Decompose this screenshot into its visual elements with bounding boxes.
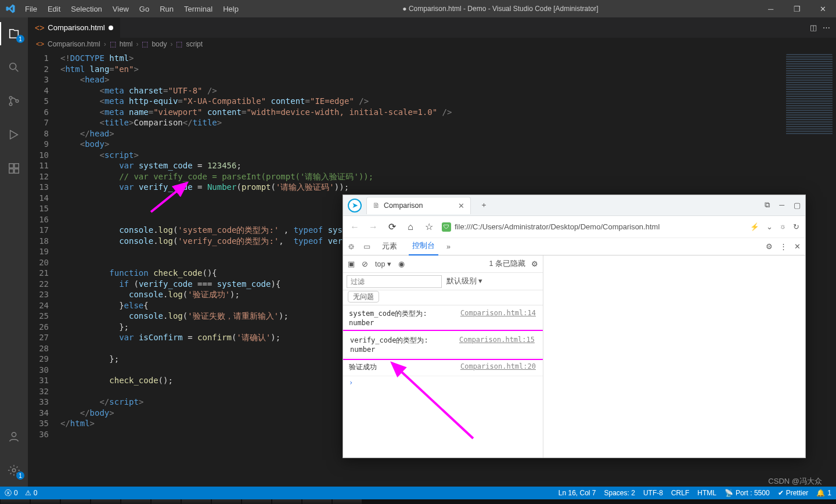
console-clear-icon[interactable]: ⊘ xyxy=(362,260,368,268)
browser-devtools-window[interactable]: ➤ 🗎 Comparison ✕ ＋ ⧉ ─ ▢ ← → ⟳ ⌂ ☆ 🛡 fil… xyxy=(343,195,806,458)
devtools-close-icon[interactable]: ✕ xyxy=(794,242,801,251)
window-controls: ─ ❐ ✕ xyxy=(758,0,836,17)
breadcrumb-file[interactable]: Comparison.html xyxy=(48,40,100,48)
status-bar: ⓧ 0 ⚠ 0 Ln 16, Col 7 Spaces: 2 UTF-8 CRL… xyxy=(0,487,836,499)
menu-go[interactable]: Go xyxy=(135,2,154,16)
chevron-down-icon[interactable]: ⌄ xyxy=(766,222,773,231)
console-sidebar-toggle-icon[interactable]: ▣ xyxy=(348,260,355,268)
nav-favorite-icon[interactable]: ☆ xyxy=(423,221,435,232)
explorer-badge: 1 xyxy=(16,35,24,43)
settings-gear-icon[interactable]: 1 xyxy=(0,459,28,482)
watermark: CSDN @冯大众 xyxy=(768,476,822,487)
breadcrumb-item[interactable]: html xyxy=(120,40,133,48)
console-source-link[interactable]: Comparison.html:15 xyxy=(459,336,535,344)
breadcrumb-item[interactable]: body xyxy=(152,40,167,48)
console-source-link[interactable]: Comparison.html:14 xyxy=(460,309,536,317)
window-title: ● Comparison.html - Demo - Visual Studio… xyxy=(243,5,758,13)
window-maximize-button[interactable]: ❐ xyxy=(784,0,810,17)
console-prompt[interactable]: › xyxy=(343,376,543,389)
console-log-row[interactable]: 验证成功Comparison.html:20 xyxy=(343,359,543,376)
browser-tab-bar: ➤ 🗎 Comparison ✕ ＋ ⧉ ─ ▢ xyxy=(343,195,805,216)
line-number-gutter: 1234567891011121314151617181920212223242… xyxy=(28,51,57,487)
menu-selection[interactable]: Selection xyxy=(66,2,106,16)
status-prettier[interactable]: ✔ Prettier xyxy=(778,489,809,497)
status-cursor[interactable]: Ln 16, Col 7 xyxy=(558,489,596,497)
source-control-icon[interactable] xyxy=(0,89,28,113)
status-encoding[interactable]: UTF-8 xyxy=(643,489,663,497)
log-level-selector[interactable]: 默认级别 ▾ xyxy=(446,276,482,286)
search-icon[interactable] xyxy=(0,56,28,79)
console-settings-icon[interactable]: ⚙ xyxy=(531,260,538,268)
window-minimize-button[interactable]: ─ xyxy=(758,0,784,17)
inspect-icon[interactable]: ⯐ xyxy=(348,243,355,251)
status-errors[interactable]: ⓧ 0 xyxy=(5,488,18,498)
url-text: file:///C:/Users/Administrator/Desktop/D… xyxy=(455,222,660,231)
more-tabs-icon[interactable]: » xyxy=(446,243,451,251)
accounts-icon[interactable] xyxy=(0,425,28,448)
browser-maximize-button[interactable]: ▢ xyxy=(794,201,801,210)
url-bar[interactable]: 🛡 file:///C:/Users/Administrator/Desktop… xyxy=(442,222,743,232)
console-source-link[interactable]: Comparison.html:20 xyxy=(460,362,536,370)
tab-elements[interactable]: 元素 xyxy=(379,238,401,255)
devtools-tabs: ⯐ ▭ 元素 控制台 » ⚙ ⋮ ✕ xyxy=(343,238,805,255)
reload-icon[interactable]: ↻ xyxy=(793,222,799,231)
new-tab-button[interactable]: ＋ xyxy=(475,200,492,210)
status-spaces[interactable]: Spaces: 2 xyxy=(604,489,635,497)
symbol-icon: ⬚ xyxy=(142,40,148,48)
menu-help[interactable]: Help xyxy=(218,2,243,16)
menu-terminal[interactable]: Terminal xyxy=(179,2,217,16)
more-actions-icon[interactable]: ⋯ xyxy=(823,23,830,32)
console-filter-input[interactable] xyxy=(347,275,442,288)
window-close-button[interactable]: ✕ xyxy=(810,0,836,17)
lightning-icon[interactable]: ⚡ xyxy=(750,222,759,231)
symbol-icon: ⬚ xyxy=(110,40,116,48)
vscode-logo-icon xyxy=(0,3,20,14)
tab-comparison[interactable]: <> Comparison.html xyxy=(28,17,121,38)
status-port[interactable]: 📡 Port : 5500 xyxy=(725,489,770,497)
windows-taskbar[interactable] xyxy=(0,499,836,504)
status-notifications-icon[interactable]: 🔔1 xyxy=(816,489,831,497)
live-expression-icon[interactable]: ◉ xyxy=(398,260,405,268)
tab-console[interactable]: 控制台 xyxy=(409,237,438,255)
svg-point-3 xyxy=(16,100,19,103)
tab-close-icon[interactable]: ✕ xyxy=(458,201,464,210)
nav-forward-icon[interactable]: → xyxy=(367,222,379,232)
run-debug-icon[interactable] xyxy=(0,123,28,146)
menu-bar: FileEditSelectionViewGoRunTerminalHelp xyxy=(20,2,243,16)
status-eol[interactable]: CRLF xyxy=(671,489,689,497)
split-editor-icon[interactable]: ◫ xyxy=(810,23,817,32)
gear-badge: 1 xyxy=(16,471,24,480)
no-issues-badge[interactable]: 无问题 xyxy=(348,291,379,303)
browser-tab-title: Comparison xyxy=(384,201,423,210)
console-log-row[interactable]: verify_code的类型为:numberComparison.html:15 xyxy=(344,332,542,358)
context-selector[interactable]: top ▾ xyxy=(375,260,391,268)
explorer-icon[interactable]: 1 xyxy=(0,22,28,45)
status-warnings[interactable]: ⚠ 0 xyxy=(25,489,38,497)
editor-tabs: <> Comparison.html ◫ ⋯ xyxy=(28,17,836,38)
breadcrumb-item[interactable]: script xyxy=(186,40,203,48)
svg-point-8 xyxy=(12,433,16,437)
nav-home-icon[interactable]: ⌂ xyxy=(405,222,416,232)
devtools-kebab-icon[interactable]: ⋮ xyxy=(780,242,787,251)
svg-point-9 xyxy=(12,469,16,472)
menu-file[interactable]: File xyxy=(20,2,42,16)
devtools-side-panel xyxy=(543,255,805,458)
menu-run[interactable]: Run xyxy=(155,2,178,16)
browser-minimize-button[interactable]: ─ xyxy=(779,201,784,210)
devtools-settings-icon[interactable]: ⚙ xyxy=(766,242,773,251)
browser-tab[interactable]: 🗎 Comparison ✕ xyxy=(366,197,471,214)
nav-back-icon[interactable]: ← xyxy=(349,222,361,232)
nav-reload-icon[interactable]: ⟳ xyxy=(386,221,398,232)
svg-rect-7 xyxy=(15,169,19,173)
brightness-icon[interactable]: ☼ xyxy=(780,222,786,231)
status-language[interactable]: HTML xyxy=(697,489,716,497)
device-toggle-icon[interactable]: ▭ xyxy=(363,242,370,251)
svg-point-2 xyxy=(9,103,12,106)
breadcrumb[interactable]: <> Comparison.html › ⬚ html › ⬚ body › ⬚… xyxy=(28,38,836,51)
console-log-row[interactable]: system_code的类型为:numberComparison.html:14 xyxy=(343,305,543,331)
extensions-icon[interactable] xyxy=(0,157,28,180)
extensions-icon[interactable]: ⧉ xyxy=(765,201,770,210)
menu-view[interactable]: View xyxy=(108,2,134,16)
console-output[interactable]: system_code的类型为:numberComparison.html:14… xyxy=(343,305,543,458)
menu-edit[interactable]: Edit xyxy=(43,2,65,16)
